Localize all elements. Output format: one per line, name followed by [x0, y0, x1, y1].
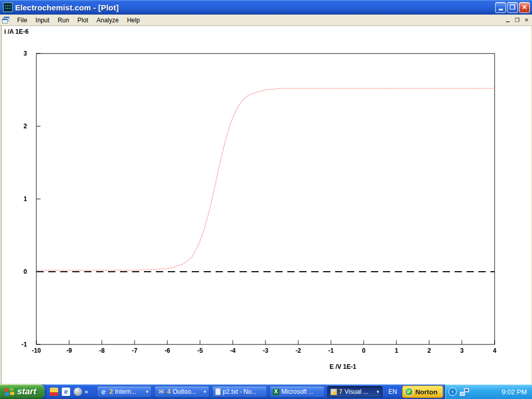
series-simulated-voltammogram	[36, 88, 495, 270]
taskbar-button-notepad[interactable]: p2.txt - No...	[212, 386, 267, 397]
plot-client-area: i /A 1E-6E /V 1E-1-10-9-8-7-6-5-4-3-2-10…	[0, 26, 532, 384]
norton-label: Norton	[415, 388, 437, 396]
x-tick-label: -7	[132, 347, 138, 354]
norton-taskbar-badge[interactable]: ✓ Norton	[402, 385, 443, 398]
x-tick-label: -3	[263, 347, 269, 354]
dropdown-icon: ▾	[377, 389, 379, 394]
task-button-label: Outloo...	[172, 388, 202, 395]
excel-icon: X	[273, 389, 280, 395]
x-tick-label: -4	[230, 347, 236, 354]
menu-file[interactable]: File	[13, 16, 31, 25]
start-button[interactable]: start	[0, 384, 45, 399]
start-label: start	[17, 387, 36, 397]
x-tick-label: -9	[66, 347, 72, 354]
x-tick-label: -1	[328, 347, 334, 354]
minimize-icon	[499, 9, 503, 10]
y-tick-label: 0	[23, 268, 27, 275]
dropdown-icon: ▾	[204, 389, 206, 394]
taskbar-button-visual-active[interactable]: 7 Visual ... ▾	[327, 386, 382, 397]
menu-bar: File Input Run Plot Analyze Help ❐ ✕	[0, 15, 532, 26]
y-tick-label: 2	[23, 123, 27, 130]
app-icon[interactable]	[3, 3, 12, 12]
menu-run[interactable]: Run	[54, 16, 73, 25]
task-button-group: e 2 Intern... ▾ ✉ 4 Outloo... ▾ p2.txt -…	[97, 386, 382, 397]
group-count: 4	[167, 388, 171, 395]
restore-button[interactable]: ❐	[507, 2, 518, 13]
title-bar[interactable]: Electrochemist.com - [Plot] ❐ ✕	[0, 0, 532, 15]
x-tick-label: -10	[32, 347, 41, 354]
system-tray: ‹ 9:02 PM	[445, 384, 532, 399]
x-tick-label: 0	[362, 347, 366, 354]
visual-app-icon	[330, 389, 337, 395]
group-count: 2	[110, 388, 113, 395]
quicklaunch-ie-icon[interactable]: e	[62, 388, 70, 396]
taskbar: start e » e 2 Intern... ▾ ✉ 4 Outloo... …	[0, 384, 532, 399]
quick-launch-bar: e »	[50, 388, 88, 396]
group-count: 7	[339, 388, 343, 395]
window-title: Electrochemist.com - [Plot]	[15, 3, 494, 12]
windows-flag-icon	[4, 387, 15, 396]
quicklaunch-messenger-icon[interactable]	[74, 388, 82, 396]
tray-collapse-chevron-icon[interactable]: ‹	[448, 388, 457, 396]
mdi-child-icon[interactable]	[2, 17, 10, 23]
x-tick-label: 3	[460, 347, 464, 354]
desktop-screen: Electrochemist.com - [Plot] ❐ ✕ File Inp…	[0, 0, 532, 399]
x-tick-label: 1	[395, 347, 398, 354]
x-tick-label: -8	[99, 347, 105, 354]
dropdown-icon: ▾	[146, 389, 149, 394]
taskbar-button-excel[interactable]: X Microsoft ...	[270, 386, 325, 397]
norton-check-icon: ✓	[405, 388, 413, 396]
plot-frame	[36, 54, 495, 344]
network-icon[interactable]	[460, 388, 469, 396]
language-indicator[interactable]: EN	[389, 388, 397, 395]
taskbar-clock[interactable]: 9:02 PM	[502, 388, 527, 396]
x-tick-label: -2	[296, 347, 301, 354]
mdi-minimize-icon	[506, 21, 510, 22]
close-button[interactable]: ✕	[519, 2, 530, 13]
taskbar-button-outlook[interactable]: ✉ 4 Outloo... ▾	[154, 386, 209, 397]
task-button-label: p2.txt - No...	[223, 388, 264, 395]
mdi-minimize-button[interactable]	[503, 16, 512, 24]
menu-input[interactable]: Input	[31, 16, 54, 25]
quicklaunch-search-icon[interactable]	[50, 388, 58, 396]
y-tick-label: -1	[21, 341, 27, 348]
task-button-label: Intern...	[115, 388, 144, 395]
mdi-close-button[interactable]: ✕	[522, 16, 531, 24]
outlook-icon: ✉	[157, 388, 165, 396]
task-button-label: Microsoft ...	[282, 388, 322, 395]
notepad-icon	[215, 388, 221, 395]
plot-canvas: i /A 1E-6E /V 1E-1-10-9-8-7-6-5-4-3-2-10…	[0, 26, 532, 384]
quicklaunch-more-chevron-icon[interactable]: »	[85, 388, 88, 395]
x-axis-title: E /V 1E-1	[329, 363, 356, 370]
x-tick-label: -6	[165, 347, 170, 354]
y-axis-title: i /A 1E-6	[4, 28, 29, 35]
menu-analyze[interactable]: Analyze	[92, 16, 123, 25]
taskbar-button-internet-explorer[interactable]: e 2 Intern... ▾	[97, 386, 152, 397]
window-frame-left	[0, 26, 2, 384]
task-button-label: Visual ...	[344, 388, 375, 395]
minimize-button[interactable]	[495, 2, 506, 13]
y-tick-label: 3	[23, 50, 27, 57]
y-tick-label: 1	[23, 195, 27, 203]
x-tick-label: 4	[493, 347, 497, 354]
internet-explorer-icon: e	[100, 388, 108, 396]
menu-plot[interactable]: Plot	[73, 16, 92, 25]
mdi-restore-button[interactable]: ❐	[513, 16, 522, 24]
x-tick-label: -5	[197, 347, 203, 354]
menu-help[interactable]: Help	[123, 16, 144, 25]
x-tick-label: 2	[428, 347, 431, 354]
